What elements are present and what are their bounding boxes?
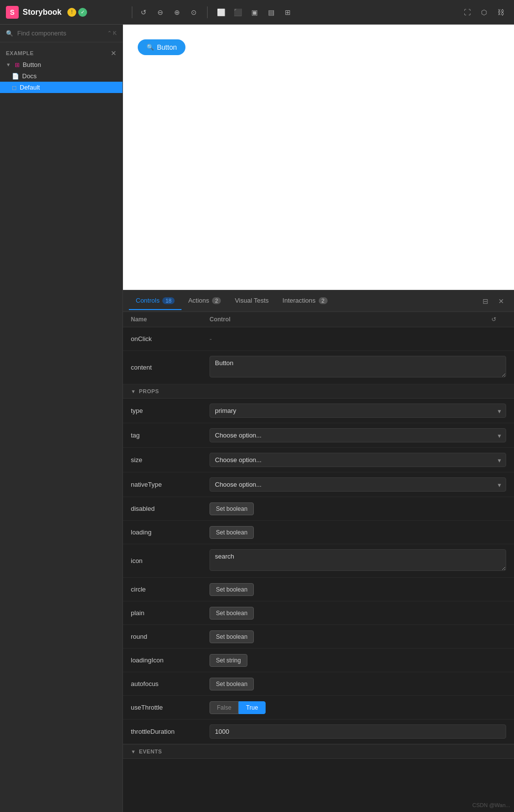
ctrl-toggle-false-usethrottle[interactable]: False bbox=[210, 701, 239, 714]
ctrl-dash-onclick: - bbox=[210, 335, 212, 343]
ctrl-select-wrapper-nativetype: Choose option... bbox=[210, 477, 506, 492]
ctrl-boolean-btn-disabled[interactable]: Set boolean bbox=[210, 502, 254, 515]
tab-actions[interactable]: Actions 2 bbox=[181, 292, 228, 310]
toolbar-open-icon[interactable]: ⬡ bbox=[477, 5, 491, 20]
preview-area: 🔍 Button bbox=[123, 25, 514, 290]
ctrl-textarea-content[interactable]: Button bbox=[210, 356, 506, 377]
toolbar-divider-1 bbox=[132, 6, 132, 18]
badge-warning: ! bbox=[67, 8, 76, 17]
component-icon: ⊞ bbox=[15, 62, 20, 68]
app-title: Storybook bbox=[23, 8, 61, 17]
toolbar-viewport-3-icon[interactable]: ▣ bbox=[247, 5, 262, 20]
search-input[interactable] bbox=[17, 30, 103, 37]
ctrl-name-type: type bbox=[131, 407, 210, 414]
control-row-circle: circle Set boolean bbox=[123, 578, 514, 601]
sidebar-close-icon[interactable]: ✕ bbox=[111, 49, 117, 57]
toolbar-fullscreen-icon[interactable]: ⛶ bbox=[460, 5, 475, 20]
ctrl-boolean-btn-autofocus[interactable]: Set boolean bbox=[210, 678, 254, 690]
top-toolbar: S Storybook ! ✓ ↺ ⊖ ⊕ ⊙ ⬜ ⬛ ▣ ▤ ⊞ ⛶ ⬡ ⛓ bbox=[0, 0, 514, 25]
ctrl-name-content: content bbox=[131, 364, 210, 371]
props-section-divider: ▼ PROPS bbox=[123, 384, 514, 399]
tab-actions-label: Actions bbox=[188, 297, 210, 304]
ctrl-select-size[interactable]: Choose option... bbox=[210, 453, 506, 467]
sidebar-item-label-default: Default bbox=[20, 84, 40, 91]
ctrl-value-size: Choose option... bbox=[210, 453, 506, 467]
sidebar-section-title: EXAMPLE bbox=[6, 50, 34, 56]
ctrl-value-disabled: Set boolean bbox=[210, 502, 506, 515]
control-row-usethrottle: useThrottle False True bbox=[123, 696, 514, 719]
preview-button[interactable]: 🔍 Button bbox=[138, 39, 185, 55]
control-row-onclick: onClick - bbox=[123, 327, 514, 351]
toolbar-zoom-out-icon[interactable]: ⊖ bbox=[153, 5, 168, 20]
ctrl-value-round: Set boolean bbox=[210, 630, 506, 643]
logo-area: S Storybook ! ✓ bbox=[6, 6, 128, 19]
ctrl-name-throttleduration: throttleDuration bbox=[131, 728, 210, 735]
ctrl-value-loading: Set boolean bbox=[210, 526, 506, 539]
toolbar-icons: ↺ ⊖ ⊕ ⊙ ⬜ ⬛ ▣ ▤ ⊞ bbox=[136, 5, 460, 20]
ctrl-value-loadingicon: Set string bbox=[210, 654, 506, 667]
control-row-type: type primary secondary default bbox=[123, 399, 514, 423]
ctrl-toggle-true-usethrottle[interactable]: True bbox=[239, 701, 265, 714]
ctrl-string-btn-loadingicon[interactable]: Set string bbox=[210, 654, 247, 667]
ctrl-boolean-btn-round[interactable]: Set boolean bbox=[210, 630, 254, 643]
sidebar-item-docs[interactable]: 📄 Docs bbox=[0, 70, 122, 82]
ctrl-select-nativetype[interactable]: Choose option... bbox=[210, 477, 506, 492]
control-row-icon: icon search bbox=[123, 544, 514, 578]
search-shortcut: ⌃ K bbox=[107, 30, 117, 36]
content-area: 🔍 Button Controls 18 Actions 2 Visual Te… bbox=[123, 25, 514, 812]
control-row-size: size Choose option... bbox=[123, 448, 514, 472]
ctrl-value-nativetype: Choose option... bbox=[210, 477, 506, 492]
ctrl-name-icon: icon bbox=[131, 557, 210, 564]
ctrl-name-nativetype: nativeType bbox=[131, 481, 210, 488]
tab-interactions-badge: 2 bbox=[319, 297, 328, 304]
toolbar-link-icon[interactable]: ⛓ bbox=[493, 5, 508, 20]
sidebar: 🔍 ⌃ K EXAMPLE ✕ ▼ ⊞ Button 📄 Docs bbox=[0, 25, 123, 812]
ctrl-value-circle: Set boolean bbox=[210, 583, 506, 596]
tabs-bar: Controls 18 Actions 2 Visual Tests Inter… bbox=[123, 290, 514, 312]
ctrl-toggle-group-usethrottle: False True bbox=[210, 701, 506, 714]
toolbar-zoom-in-icon[interactable]: ⊕ bbox=[170, 5, 184, 20]
toolbar-viewport-5-icon[interactable]: ⊞ bbox=[280, 5, 295, 20]
sidebar-tree: ▼ ⊞ Button 📄 Docs ◻ Default bbox=[0, 59, 122, 97]
tab-visual-tests[interactable]: Visual Tests bbox=[228, 292, 275, 310]
props-section-label: PROPS bbox=[139, 388, 159, 394]
column-name-header: Name bbox=[131, 316, 210, 323]
ctrl-boolean-btn-loading[interactable]: Set boolean bbox=[210, 526, 254, 539]
tab-actions-badge: 2 bbox=[212, 297, 221, 304]
ctrl-select-tag[interactable]: Choose option... bbox=[210, 428, 506, 442]
control-row-nativetype: nativeType Choose option... bbox=[123, 472, 514, 497]
controls-panel: Name Control ↺ onClick - content Button bbox=[123, 312, 514, 812]
toolbar-viewport-2-icon[interactable]: ⬛ bbox=[230, 5, 245, 20]
ctrl-boolean-btn-plain[interactable]: Set boolean bbox=[210, 607, 254, 620]
toolbar-viewport-1-icon[interactable]: ⬜ bbox=[213, 5, 228, 20]
ctrl-textarea-icon[interactable]: search bbox=[210, 549, 506, 571]
controls-table-header: Name Control ↺ bbox=[123, 312, 514, 327]
sidebar-section-header[interactable]: EXAMPLE ✕ bbox=[0, 47, 122, 59]
control-row-plain: plain Set boolean bbox=[123, 601, 514, 625]
sidebar-item-label-button: Button bbox=[23, 61, 41, 68]
sidebar-item-label-docs: Docs bbox=[22, 72, 37, 80]
preview-button-label: Button bbox=[157, 43, 177, 51]
ctrl-value-icon: search bbox=[210, 549, 506, 572]
main-layout: 🔍 ⌃ K EXAMPLE ✕ ▼ ⊞ Button 📄 Docs bbox=[0, 25, 514, 812]
tab-controls[interactable]: Controls 18 bbox=[129, 292, 181, 310]
tab-interactions[interactable]: Interactions 2 bbox=[275, 292, 334, 310]
toolbar-viewport-4-icon[interactable]: ▤ bbox=[264, 5, 278, 20]
ctrl-name-plain: plain bbox=[131, 609, 210, 617]
ctrl-input-throttleduration[interactable] bbox=[210, 724, 506, 739]
tab-controls-label: Controls bbox=[136, 297, 159, 304]
control-row-round: round Set boolean bbox=[123, 625, 514, 649]
toolbar-zoom-reset-icon[interactable]: ⊙ bbox=[186, 5, 201, 20]
sidebar-item-button-group[interactable]: ▼ ⊞ Button bbox=[0, 59, 122, 70]
toolbar-refresh-icon[interactable]: ↺ bbox=[136, 5, 151, 20]
ctrl-name-loading: loading bbox=[131, 529, 210, 536]
ctrl-boolean-btn-circle[interactable]: Set boolean bbox=[210, 583, 254, 596]
panel-split-icon[interactable]: ⊟ bbox=[479, 294, 492, 308]
column-reset-header: ↺ bbox=[491, 316, 506, 323]
panel-close-icon[interactable]: ✕ bbox=[494, 294, 508, 308]
chevron-down-icon: ▼ bbox=[6, 62, 11, 67]
ctrl-value-usethrottle: False True bbox=[210, 701, 506, 714]
ctrl-select-type[interactable]: primary secondary default bbox=[210, 404, 506, 418]
sidebar-item-default[interactable]: ◻ Default bbox=[0, 82, 122, 93]
ctrl-value-tag: Choose option... bbox=[210, 428, 506, 442]
